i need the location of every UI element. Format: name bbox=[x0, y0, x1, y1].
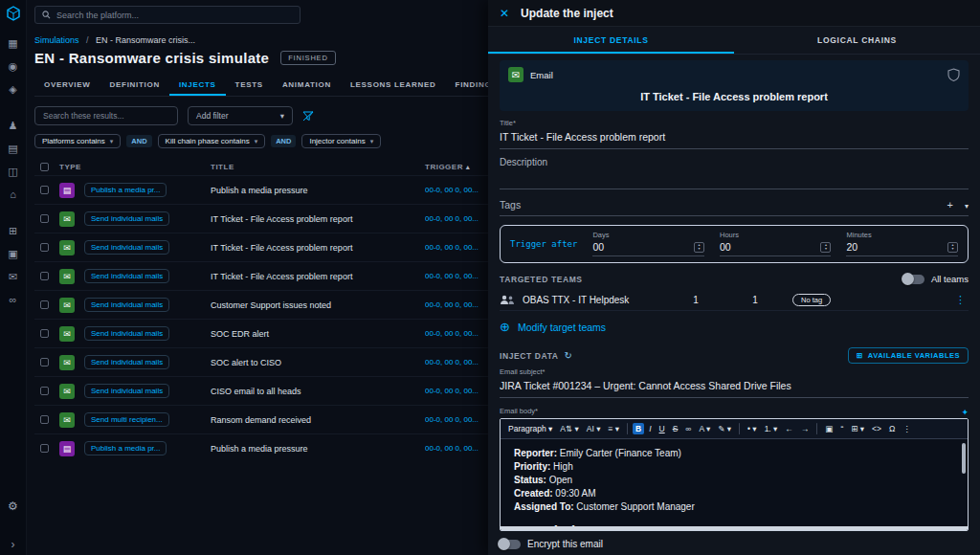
stepper-icon[interactable]: ▴▾ bbox=[820, 242, 831, 253]
tab-inject-details[interactable]: INJECT DETAILS bbox=[488, 27, 734, 54]
team-menu-icon[interactable]: ⋮ bbox=[952, 294, 969, 306]
filter-chip-injector[interactable]: Injector contains▾ bbox=[301, 134, 381, 148]
expand-sidebar-icon[interactable]: › bbox=[11, 538, 15, 551]
inject-type-chip[interactable]: Send individual mails bbox=[84, 211, 169, 226]
filter-chip-killchain[interactable]: Kill chain phase contains▾ bbox=[158, 134, 266, 148]
image-button[interactable]: ▣ bbox=[822, 423, 835, 434]
table-row[interactable]: ✉ Send multi recipien... Ransom demand r… bbox=[34, 405, 488, 433]
add-filter-select[interactable]: Add filter ▾ bbox=[188, 106, 293, 125]
tab-animation[interactable]: ANIMATION bbox=[273, 75, 341, 96]
align-select[interactable]: ≡ ▾ bbox=[605, 423, 622, 434]
row-checkbox[interactable] bbox=[40, 358, 49, 366]
refresh-icon[interactable]: ↻ bbox=[565, 350, 572, 361]
editor-vertical-scrollbar[interactable] bbox=[962, 443, 966, 474]
link-button[interactable]: ∞ bbox=[682, 423, 694, 434]
settings-icon[interactable]: ⚙ bbox=[8, 500, 18, 513]
editor-expand-icon[interactable]: ✦ bbox=[961, 408, 969, 417]
row-checkbox[interactable] bbox=[40, 186, 49, 194]
toolbar-separator[interactable] bbox=[739, 423, 740, 434]
table-row[interactable]: ✉ Send individual mails IT Ticket - File… bbox=[34, 233, 488, 261]
trigger-field-value[interactable]: 20 bbox=[846, 241, 947, 253]
inject-type-chip[interactable]: Publish a media pr... bbox=[84, 183, 167, 197]
stepper-icon[interactable]: ▴▾ bbox=[694, 242, 704, 253]
filter-chip-platforms[interactable]: Platforms contains▾ bbox=[34, 134, 121, 148]
app-logo-icon[interactable] bbox=[5, 5, 22, 22]
description-field-input[interactable] bbox=[500, 167, 969, 189]
table-row[interactable]: ✉ Send individual mails CISO email to al… bbox=[34, 376, 488, 405]
row-checkbox[interactable] bbox=[40, 214, 49, 223]
integrations-icon[interactable]: ∞ bbox=[4, 290, 23, 309]
trigger-field-value[interactable]: 00 bbox=[720, 241, 821, 253]
available-variables-button[interactable]: ⊞ AVAILABLE VARIABLES bbox=[848, 347, 969, 364]
row-checkbox[interactable] bbox=[40, 444, 49, 453]
tab-injects[interactable]: INJECTS bbox=[169, 75, 226, 96]
tab-overview[interactable]: OVERVIEW bbox=[34, 75, 100, 96]
select-all-checkbox[interactable] bbox=[40, 163, 49, 171]
paragraph-style-select[interactable]: Paragraph ▾ bbox=[505, 423, 555, 434]
assets-icon[interactable]: ⌂ bbox=[4, 185, 23, 204]
inject-type-chip[interactable]: Send multi recipien... bbox=[84, 412, 169, 427]
tab-definition[interactable]: DEFINITION bbox=[100, 75, 169, 96]
documents-icon[interactable]: ▣ bbox=[4, 244, 23, 263]
editor-horizontal-scrollbar[interactable] bbox=[501, 526, 968, 530]
tags-field[interactable]: Tags + ▾ bbox=[500, 199, 969, 216]
trigger-field-value[interactable]: 00 bbox=[592, 241, 694, 253]
numbered-list-button[interactable]: 1. ▾ bbox=[762, 423, 781, 434]
modify-target-teams-button[interactable]: ⊕ Modify target teams bbox=[500, 317, 969, 337]
italic-button[interactable]: I bbox=[646, 423, 654, 434]
inject-type-chip[interactable]: Send individual mails bbox=[84, 355, 169, 369]
table-row[interactable]: ✉ Send individual mails Customer Support… bbox=[34, 290, 488, 319]
row-checkbox[interactable] bbox=[40, 300, 49, 309]
table-row[interactable]: ▤ Publish a media pr... Publish a media … bbox=[34, 175, 488, 204]
simulations-icon[interactable]: ◉ bbox=[4, 56, 23, 76]
bold-button[interactable]: B bbox=[633, 423, 644, 434]
font-size-select[interactable]: A⇅ ▾ bbox=[557, 423, 581, 434]
inject-type-chip[interactable]: Send individual mails bbox=[84, 326, 169, 341]
encrypt-email-toggle[interactable] bbox=[500, 540, 521, 549]
column-title[interactable]: TITLE bbox=[211, 163, 425, 171]
clear-filters-icon[interactable] bbox=[302, 111, 314, 122]
chevron-down-icon[interactable]: ▾ bbox=[965, 202, 969, 211]
inject-type-chip[interactable]: Publish a media pr... bbox=[84, 441, 167, 455]
toolbar-separator[interactable] bbox=[816, 423, 817, 434]
inject-type-chip[interactable]: Send individual mails bbox=[84, 269, 169, 283]
editor-content[interactable]: Reporter: Emily Carter (Finance Team) Pr… bbox=[501, 439, 968, 530]
global-search-input[interactable] bbox=[56, 11, 293, 20]
outdent-button[interactable]: ← bbox=[782, 423, 796, 434]
inject-type-chip[interactable]: Send individual mails bbox=[84, 384, 169, 398]
scenarios-icon[interactable]: ◈ bbox=[4, 79, 23, 99]
special-char-button[interactable]: Ω bbox=[886, 423, 898, 434]
teams-icon[interactable]: ◫ bbox=[4, 162, 23, 181]
email-subject-input[interactable] bbox=[500, 376, 969, 398]
table-row[interactable]: ✉ Send individual mails SOC EDR alert 00… bbox=[34, 319, 488, 347]
indent-button[interactable]: → bbox=[798, 423, 813, 434]
payloads-icon[interactable]: ⊞ bbox=[4, 221, 23, 240]
table-select[interactable]: ⊞ ▾ bbox=[848, 423, 867, 434]
row-checkbox[interactable] bbox=[40, 243, 49, 252]
ai-assistant-button[interactable]: AI ▾ bbox=[584, 423, 604, 434]
agenda-icon[interactable]: ▤ bbox=[4, 139, 23, 158]
team-row[interactable]: OBAS TTX - IT Helpdesk 1 1 No tag ⋮ bbox=[500, 289, 969, 311]
table-row[interactable]: ▤ Publish a media pr... Publish a media … bbox=[34, 433, 488, 462]
table-row[interactable]: ✉ Send individual mails SOC alert to CIS… bbox=[34, 347, 488, 376]
inject-type-chip[interactable]: Send individual mails bbox=[84, 240, 169, 255]
inject-type-chip[interactable]: Send individual mails bbox=[84, 298, 169, 312]
bullet-list-button[interactable]: • ▾ bbox=[745, 423, 760, 434]
text-color-select[interactable]: A ▾ bbox=[696, 423, 713, 434]
row-checkbox[interactable] bbox=[40, 329, 49, 338]
close-icon[interactable]: ✕ bbox=[500, 7, 509, 20]
code-button[interactable]: <> bbox=[869, 423, 884, 434]
filter-operator[interactable]: AND bbox=[126, 135, 151, 147]
toolbar-separator[interactable] bbox=[627, 423, 628, 434]
tab-findings[interactable]: FINDINGS bbox=[446, 75, 488, 96]
tab-tests[interactable]: TESTS bbox=[226, 75, 273, 96]
row-checkbox[interactable] bbox=[40, 415, 49, 424]
filter-operator[interactable]: AND bbox=[271, 135, 296, 147]
table-row[interactable]: ✉ Send individual mails IT Ticket - File… bbox=[34, 261, 488, 290]
column-trigger[interactable]: TRIGGER▴ bbox=[425, 163, 488, 171]
tab-lessons-learned[interactable]: LESSONS LEARNED bbox=[341, 75, 446, 96]
atomic-testing-icon[interactable]: ♟ bbox=[4, 116, 23, 135]
all-teams-toggle[interactable] bbox=[903, 275, 924, 284]
stepper-icon[interactable]: ▴▾ bbox=[947, 242, 958, 253]
table-row[interactable]: ✉ Send individual mails IT Ticket - File… bbox=[34, 204, 488, 233]
